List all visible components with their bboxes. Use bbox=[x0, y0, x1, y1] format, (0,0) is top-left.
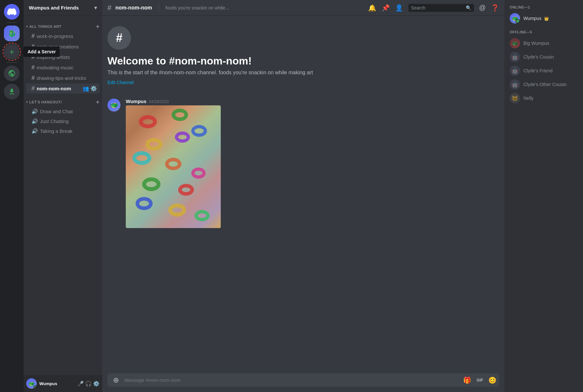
chat-input-box: ⊕ 🎁 GIF 😊 bbox=[107, 373, 499, 387]
message-author-name: Wumpus bbox=[126, 98, 146, 104]
message-group: 🐲 Wumpus 04/28/2020 bbox=[102, 96, 504, 231]
channel-post-your-creations[interactable]: # post-your-creations bbox=[26, 42, 100, 52]
category-lets-hangout[interactable]: ▾ LET'S HANGOUT! + bbox=[24, 94, 102, 106]
user-avatar: 🐲 bbox=[26, 378, 37, 389]
crown-icon: 👑 bbox=[544, 16, 549, 21]
channel-header-hash: # bbox=[107, 4, 111, 12]
category-arrow-art: ▾ bbox=[26, 25, 28, 28]
message-header: Wumpus 04/28/2020 bbox=[126, 98, 221, 104]
welcome-channel-icon: # bbox=[107, 26, 131, 50]
header-separator bbox=[159, 4, 159, 12]
gift-icon[interactable]: 🎁 bbox=[463, 376, 471, 384]
message-author-avatar: 🐲 bbox=[107, 98, 121, 112]
header-actions: 🔔 📌 👤 🔍 @ ❓ bbox=[368, 4, 499, 12]
channel-topic: foods you're snackin on while... bbox=[165, 5, 364, 10]
download-apps-button[interactable] bbox=[4, 84, 20, 99]
server-name-bar[interactable]: Wumpus and Friends ▾ bbox=[24, 0, 102, 16]
welcome-description: This is the start of the #nom-nom-nom ch… bbox=[107, 70, 499, 76]
member-wumpus[interactable]: 🐲 Wumpus 👑 bbox=[507, 12, 580, 25]
add-channel-hangout-button[interactable]: + bbox=[96, 99, 100, 105]
channel-motivating-music[interactable]: # motivating-music bbox=[26, 62, 100, 73]
voice-channel-icon: 🔊 bbox=[31, 118, 38, 124]
members-list-icon[interactable]: 👤 bbox=[395, 4, 403, 12]
edit-channel-link[interactable]: Edit Channel bbox=[107, 80, 134, 85]
member-nelly-name: Nelly bbox=[523, 96, 534, 101]
member-clydes-other-cousin-avatar: 🤖 bbox=[510, 79, 520, 90]
emoji-button[interactable]: 😊 bbox=[488, 376, 497, 384]
explore-servers-button[interactable] bbox=[4, 65, 20, 81]
discord-home-button[interactable] bbox=[4, 4, 20, 20]
member-clydes-other-cousin-name: Clyde's Other Cousin bbox=[523, 82, 567, 87]
pin-icon[interactable]: 📌 bbox=[382, 4, 390, 12]
search-input[interactable] bbox=[411, 5, 463, 10]
category-all-things-art[interactable]: ▾ ALL THINGS ART + bbox=[24, 18, 102, 31]
status-indicator bbox=[33, 385, 37, 389]
text-channel-icon: # bbox=[31, 85, 35, 92]
members-sidebar: ONLINE—1 🐲 Wumpus 👑 OFFLINE—5 🐲 Big Wump… bbox=[504, 0, 583, 392]
add-channel-art-button[interactable]: + bbox=[96, 24, 100, 29]
channel-inspiring-artists[interactable]: # inspiring-artists bbox=[26, 52, 100, 62]
server-divider bbox=[7, 22, 17, 23]
wumpus-server-icon[interactable]: 🐉 bbox=[4, 26, 20, 41]
text-channel-icon: # bbox=[31, 54, 35, 61]
server-sidebar: 🐉 + Add a Server bbox=[0, 0, 24, 392]
notification-bell-icon[interactable]: 🔔 bbox=[368, 4, 376, 12]
main-content: # nom-nom-nom foods you're snackin on wh… bbox=[102, 0, 504, 392]
channel-sidebar: Wumpus and Friends ▾ ▾ ALL THINGS ART + … bbox=[24, 0, 102, 392]
mention-icon[interactable]: @ bbox=[479, 4, 486, 11]
channel-work-in-progress[interactable]: # work-in-progress bbox=[26, 31, 100, 41]
member-clydes-cousin[interactable]: 🤖 Clyde's Cousin bbox=[507, 50, 580, 63]
voice-channel-icon: 🔊 bbox=[31, 128, 38, 134]
channel-just-chatting[interactable]: 🔊 Just Chatting bbox=[26, 116, 100, 126]
member-big-wumpus[interactable]: 🐲 Big Wumpus bbox=[507, 37, 580, 50]
member-clydes-friend-name: Clyde's Friend bbox=[523, 68, 553, 73]
add-member-icon[interactable]: 👥 bbox=[83, 85, 89, 92]
settings-icon[interactable]: ⚙️ bbox=[90, 85, 97, 92]
text-channel-icon: # bbox=[31, 75, 35, 81]
channel-nom-nom-nom[interactable]: # nom-nom-nom 👥 ⚙️ bbox=[26, 83, 100, 94]
attach-file-button[interactable]: ⊕ bbox=[110, 374, 122, 386]
channel-header: # nom-nom-nom foods you're snackin on wh… bbox=[102, 0, 504, 16]
channel-actions: 👥 ⚙️ bbox=[83, 85, 97, 92]
user-info: Wumpus bbox=[39, 381, 75, 386]
member-clydes-cousin-name: Clyde's Cousin bbox=[523, 54, 554, 60]
message-input[interactable] bbox=[124, 373, 461, 387]
deafen-button[interactable]: 🎧 bbox=[85, 381, 92, 387]
message-timestamp: 04/28/2020 bbox=[149, 99, 169, 104]
user-panel: 🐲 Wumpus 🎤 🎧 ⚙️ bbox=[24, 375, 102, 392]
current-user-name: Wumpus bbox=[39, 381, 75, 386]
search-icon: 🔍 bbox=[466, 5, 471, 10]
member-clydes-friend[interactable]: 🤖 Clyde's Friend bbox=[507, 64, 580, 77]
member-clydes-cousin-avatar: 🤖 bbox=[510, 52, 520, 62]
mute-button[interactable]: 🎤 bbox=[77, 381, 84, 387]
voice-channel-icon: 🔊 bbox=[31, 108, 38, 115]
welcome-title: Welcome to #nom-nom-nom! bbox=[107, 55, 499, 67]
online-section-title: ONLINE—1 bbox=[507, 5, 580, 9]
server-name: Wumpus and Friends bbox=[29, 5, 79, 10]
text-channel-icon: # bbox=[31, 33, 35, 40]
member-wumpus-name: Wumpus 👑 bbox=[523, 16, 549, 21]
channel-list: ▾ ALL THINGS ART + # work-in-progress # … bbox=[24, 16, 102, 375]
offline-section-title: OFFLINE—5 bbox=[507, 30, 580, 34]
add-server-button[interactable]: + bbox=[4, 44, 20, 60]
member-clydes-other-cousin[interactable]: 🤖 Clyde's Other Cousin bbox=[507, 78, 580, 91]
add-server-container: + Add a Server bbox=[4, 44, 20, 60]
message-image bbox=[126, 105, 221, 228]
channel-drawing-tips-and-tricks[interactable]: # drawing-tips-and-tricks bbox=[26, 73, 100, 83]
channel-taking-a-break[interactable]: 🔊 Taking a Break bbox=[26, 126, 100, 136]
gif-button[interactable]: GIF bbox=[475, 377, 484, 383]
member-nelly-avatar: 🐱 bbox=[510, 93, 520, 103]
search-bar[interactable]: 🔍 bbox=[408, 4, 474, 12]
member-clydes-friend-avatar: 🤖 bbox=[510, 65, 520, 76]
text-channel-icon: # bbox=[31, 64, 35, 71]
channel-welcome: # Welcome to #nom-nom-nom! This is the s… bbox=[102, 21, 504, 96]
channel-draw-and-chat[interactable]: 🔊 Draw and Chat bbox=[26, 107, 100, 116]
member-nelly[interactable]: 🐱 Nelly bbox=[507, 92, 580, 105]
text-channel-icon: # bbox=[31, 43, 35, 50]
member-wumpus-avatar: 🐲 bbox=[510, 13, 520, 24]
server-menu-chevron: ▾ bbox=[94, 5, 97, 11]
help-icon[interactable]: ❓ bbox=[491, 4, 499, 12]
user-settings-button[interactable]: ⚙️ bbox=[93, 381, 100, 387]
category-arrow-hangout: ▾ bbox=[26, 100, 28, 104]
user-actions: 🎤 🎧 ⚙️ bbox=[77, 381, 100, 387]
